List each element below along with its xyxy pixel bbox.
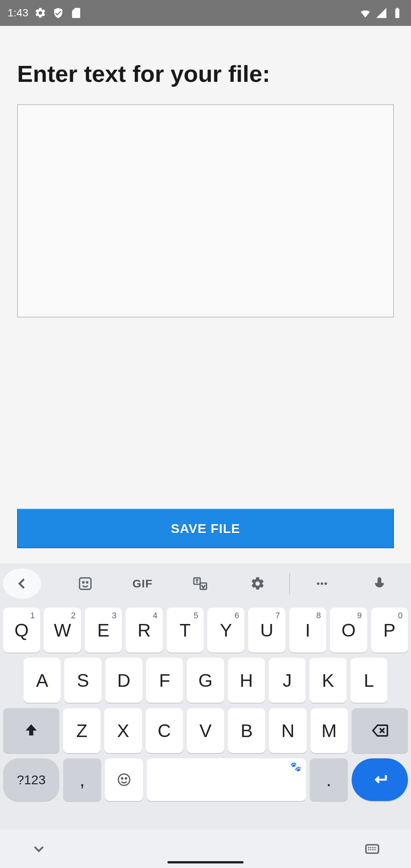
key-v[interactable]: V xyxy=(187,708,224,753)
status-bar: 1:43 xyxy=(0,0,411,26)
key-l[interactable]: L xyxy=(350,658,387,703)
status-time: 1:43 xyxy=(8,7,29,19)
key-e[interactable]: E3 xyxy=(85,608,122,653)
key-y[interactable]: Y6 xyxy=(207,608,244,653)
key-t[interactable]: T5 xyxy=(167,608,204,653)
svg-point-10 xyxy=(125,778,126,779)
mic-icon[interactable] xyxy=(350,568,408,599)
key-p[interactable]: P0 xyxy=(371,608,408,653)
key-j[interactable]: J xyxy=(269,658,306,703)
soft-keyboard: GIF Q1W2E3R4T5Y6U7I8O9P0 ASDFGHJKL ZXCVB… xyxy=(0,563,411,868)
key-a[interactable]: A xyxy=(24,658,61,703)
separator xyxy=(289,573,290,594)
key-x[interactable]: X xyxy=(104,708,142,753)
key-k[interactable]: K xyxy=(309,658,346,703)
key-i[interactable]: I8 xyxy=(289,608,326,653)
key-r[interactable]: R4 xyxy=(126,608,162,653)
key-g[interactable]: G xyxy=(187,658,224,703)
svg-point-19 xyxy=(374,849,376,850)
signal-icon xyxy=(375,7,387,19)
key-b[interactable]: B xyxy=(228,708,265,753)
svg-point-8 xyxy=(118,774,130,785)
shift-key[interactable] xyxy=(3,708,59,753)
svg-rect-0 xyxy=(80,578,91,589)
wifi-icon xyxy=(359,7,371,19)
svg-point-9 xyxy=(121,778,123,779)
gif-button[interactable]: GIF xyxy=(114,568,171,599)
page-title: Enter text for your file: xyxy=(17,60,394,87)
more-icon[interactable] xyxy=(293,568,350,599)
key-u[interactable]: U7 xyxy=(248,608,285,653)
backspace-key[interactable] xyxy=(352,708,408,753)
sticker-icon[interactable] xyxy=(56,568,114,599)
key-f[interactable]: F xyxy=(146,658,183,703)
period-key[interactable]: . xyxy=(310,758,348,801)
key-z[interactable]: Z xyxy=(63,708,100,753)
key-o[interactable]: O9 xyxy=(330,608,367,653)
collapse-keyboard-icon[interactable] xyxy=(30,841,47,857)
paw-icon: 🐾 xyxy=(290,761,301,772)
key-w[interactable]: W2 xyxy=(44,608,81,653)
svg-point-7 xyxy=(324,582,327,585)
key-d[interactable]: D xyxy=(105,658,142,703)
settings-icon[interactable] xyxy=(229,568,286,599)
symbols-key[interactable]: ?123 xyxy=(3,758,59,801)
svg-point-14 xyxy=(372,847,374,849)
key-n[interactable]: N xyxy=(269,708,306,753)
emoji-key[interactable] xyxy=(105,758,143,801)
gear-icon xyxy=(34,7,46,19)
svg-point-5 xyxy=(317,582,319,585)
key-s[interactable]: S xyxy=(64,658,101,703)
gesture-handle[interactable] xyxy=(167,861,244,863)
svg-point-12 xyxy=(368,847,370,849)
kb-back-icon[interactable] xyxy=(3,568,41,599)
battery-icon xyxy=(391,7,403,19)
key-c[interactable]: C xyxy=(146,708,183,753)
sdcard-icon xyxy=(70,7,82,19)
translate-icon[interactable] xyxy=(171,568,229,599)
shield-icon xyxy=(52,7,64,19)
enter-key[interactable] xyxy=(352,758,408,801)
key-q[interactable]: Q1 xyxy=(3,608,40,653)
svg-point-17 xyxy=(370,849,372,850)
svg-point-18 xyxy=(372,849,374,850)
save-file-button[interactable]: SAVE FILE xyxy=(17,509,394,548)
space-key[interactable]: 🐾 xyxy=(147,758,306,801)
svg-point-15 xyxy=(374,847,376,849)
comma-key[interactable]: , xyxy=(63,758,101,801)
key-h[interactable]: H xyxy=(228,658,265,703)
svg-rect-11 xyxy=(366,845,379,853)
svg-point-16 xyxy=(368,849,370,850)
svg-point-2 xyxy=(86,582,88,583)
system-nav-bar xyxy=(0,830,411,868)
svg-point-13 xyxy=(370,847,372,849)
switch-keyboard-icon[interactable] xyxy=(364,841,381,857)
file-text-input[interactable] xyxy=(17,104,394,318)
svg-point-1 xyxy=(83,582,84,583)
svg-point-6 xyxy=(320,582,323,585)
app-content: Enter text for your file: SAVE FILE xyxy=(0,26,411,563)
key-m[interactable]: M xyxy=(311,708,348,753)
